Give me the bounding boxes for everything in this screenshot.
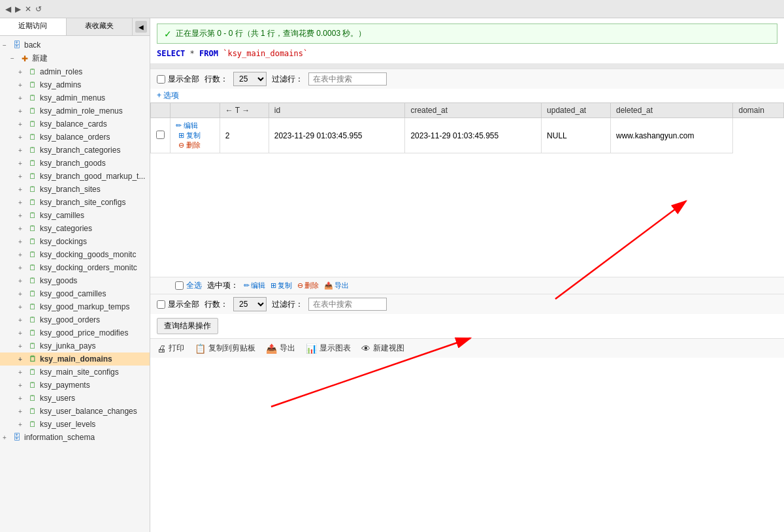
tree-item-ksy_good_camilles[interactable]: + 🗒 ksy_good_camilles — [0, 287, 150, 300]
expand-icon[interactable]: + — [18, 95, 27, 102]
tree-item-ksy_admin_menus[interactable]: + 🗒 ksy_admin_menus — [0, 91, 150, 104]
tree-item-ksy_good_price_modifies[interactable]: + 🗒 ksy_good_price_modifies — [0, 326, 150, 339]
show-all-checkbox-2[interactable] — [157, 300, 165, 309]
tab-favorites[interactable]: 表收藏夹 — [67, 18, 133, 35]
sidebar-collapse-btn[interactable]: ◀ — [135, 21, 147, 33]
query-ops-btn[interactable]: 查询结果操作 — [157, 318, 218, 334]
bottom-export-btn[interactable]: 📤 导出 — [324, 281, 349, 290]
tree-item-ksy_branch_sites[interactable]: + 🗒 ksy_branch_sites — [0, 183, 150, 196]
row-checkbox-cell[interactable] — [151, 118, 171, 153]
tree-item-ksy_balance_cards[interactable]: + 🗒 ksy_balance_cards — [0, 117, 150, 131]
tree-item-ksy_user_balance_changes[interactable]: + 🗒 ksy_user_balance_changes — [0, 405, 150, 418]
op-btn-显示图表[interactable]: 📊显示图表 — [306, 343, 351, 354]
expand-icon[interactable]: + — [18, 264, 27, 272]
bottom-edit-btn[interactable]: ✏ 编辑 — [244, 281, 265, 290]
tree-item-ksy_branch_site_configs[interactable]: + 🗒 ksy_branch_site_configs — [0, 196, 150, 209]
nav-stop-icon[interactable]: ✕ — [25, 5, 31, 14]
tree-item-ksy_branch_categories[interactable]: + 🗒 ksy_branch_categories — [0, 144, 150, 157]
expand-icon[interactable]: + — [18, 330, 27, 337]
tab-recent[interactable]: 近期访问 — [0, 18, 67, 35]
th-id[interactable]: id — [269, 103, 405, 118]
tree-item-ksy_good_orders[interactable]: + 🗒 ksy_good_orders — [0, 313, 150, 326]
nav-refresh-icon[interactable]: ↺ — [35, 5, 42, 14]
select-all-text[interactable]: 全选 — [186, 280, 202, 291]
select-all-label[interactable]: 全选 — [175, 280, 202, 291]
expand-icon[interactable]: − — [3, 42, 12, 49]
op-btn-导出[interactable]: 📤导出 — [266, 343, 295, 354]
expand-icon[interactable]: + — [18, 134, 27, 141]
th-updated-at[interactable]: updated_at — [542, 103, 611, 118]
expand-icon[interactable]: + — [18, 238, 27, 245]
delete-btn[interactable]: ⊖ 删除 — [178, 140, 214, 150]
filter-input-top[interactable] — [308, 72, 387, 86]
tree-db-information-schema[interactable]: + 🗄 information_schema — [0, 431, 150, 444]
expand-icon[interactable]: + — [18, 304, 27, 311]
tree-item-ksy_users[interactable]: + 🗒 ksy_users — [0, 392, 150, 405]
row-checkbox[interactable] — [156, 131, 165, 139]
expand-icon[interactable]: + — [18, 212, 27, 219]
expand-icon[interactable]: + — [3, 434, 12, 441]
th-deleted-at[interactable]: deleted_at — [611, 103, 733, 118]
expand-icon[interactable]: + — [18, 395, 27, 402]
tree-item-ksy_payments[interactable]: + 🗒 ksy_payments — [0, 379, 150, 392]
tree-item-ksy_categories[interactable]: + 🗒 ksy_categories — [0, 222, 150, 235]
op-btn-新建视图[interactable]: 👁新建视图 — [361, 343, 404, 354]
expand-icon[interactable]: + — [18, 82, 27, 89]
expand-icon[interactable]: + — [18, 121, 27, 128]
tree-item-ksy_goods[interactable]: + 🗒 ksy_goods — [0, 274, 150, 287]
th-domain[interactable]: domain — [733, 103, 784, 118]
expand-icon[interactable]: + — [18, 343, 27, 350]
tree-item-ksy_junka_pays[interactable]: + 🗒 ksy_junka_pays — [0, 339, 150, 352]
tree-item-ksy_good_markup_temps[interactable]: + 🗒 ksy_good_markup_temps — [0, 300, 150, 313]
expand-icon[interactable]: + — [18, 382, 27, 389]
th-created-at[interactable]: created_at — [405, 103, 542, 118]
tree-item-ksy_admins[interactable]: + 🗒 ksy_admins — [0, 78, 150, 91]
tree-item-ksy_docking_goods_monitc[interactable]: + 🗒 ksy_docking_goods_monitc — [0, 248, 150, 261]
th-sort[interactable]: ← T → — [220, 103, 269, 118]
op-btn-复制到剪贴板[interactable]: 📋复制到剪贴板 — [195, 343, 255, 354]
tree-item-ksy_admin_role_menus[interactable]: + 🗒 ksy_admin_role_menus — [0, 104, 150, 117]
tree-item-ksy_dockings[interactable]: + 🗒 ksy_dockings — [0, 235, 150, 248]
bottom-copy-btn[interactable]: ⊞ 复制 — [270, 281, 292, 290]
expand-icon[interactable]: + — [18, 290, 27, 298]
expand-icon[interactable]: + — [18, 160, 27, 167]
tree-item-ksy_docking_orders_monitc[interactable]: + 🗒 ksy_docking_orders_monitc — [0, 261, 150, 274]
expand-icon[interactable]: + — [18, 147, 27, 154]
rows-select-2[interactable]: 25 50 100 — [233, 297, 267, 311]
expand-icon[interactable]: + — [18, 277, 27, 285]
rows-select[interactable]: 25 50 100 — [233, 72, 267, 86]
add-selection-btn[interactable]: + 选项 — [157, 91, 179, 100]
nav-back-icon[interactable]: ◀ — [5, 5, 11, 14]
expand-icon[interactable]: + — [18, 421, 27, 428]
tree-item-ksy_main_domains[interactable]: + 🗒 ksy_main_domains — [0, 352, 150, 366]
show-all-checkbox-label[interactable]: 显示全部 — [157, 74, 199, 85]
nav-forward-icon[interactable]: ▶ — [15, 5, 21, 14]
op-btn-打印[interactable]: 🖨打印 — [157, 343, 184, 354]
expand-icon[interactable]: + — [18, 251, 27, 258]
select-all-checkbox[interactable] — [175, 281, 184, 290]
tree-item-xingjian[interactable]: − ✚ 新建 — [0, 52, 150, 65]
show-all-checkbox[interactable] — [157, 75, 165, 84]
tree-item-ksy_branch_good_markup_t...[interactable]: + 🗒 ksy_branch_good_markup_t... — [0, 170, 150, 183]
expand-icon[interactable]: + — [18, 186, 27, 193]
tree-item-ksy_balance_orders[interactable]: + 🗒 ksy_balance_orders — [0, 131, 150, 144]
edit-btn[interactable]: ✏ 编辑 — [176, 121, 214, 131]
expand-icon[interactable]: + — [18, 356, 27, 363]
tree-db-back[interactable]: − 🗄 back — [0, 39, 150, 52]
tree-item-admin_roles[interactable]: + 🗒 admin_roles — [0, 65, 150, 78]
tree-item-ksy_main_site_configs[interactable]: + 🗒 ksy_main_site_configs — [0, 366, 150, 379]
tree-item-ksy_user_levels[interactable]: + 🗒 ksy_user_levels — [0, 418, 150, 431]
tree-item-ksy_camilles[interactable]: + 🗒 ksy_camilles — [0, 209, 150, 222]
bottom-delete-btn[interactable]: ⊖ 删除 — [297, 281, 319, 290]
filter-input-bottom[interactable] — [308, 298, 387, 311]
expand-icon[interactable]: + — [18, 173, 27, 180]
expand-icon[interactable]: + — [18, 199, 27, 206]
show-all-checkbox-label-2[interactable]: 显示全部 — [157, 299, 199, 310]
expand-icon[interactable]: + — [18, 108, 27, 115]
copy-btn[interactable]: ⊞ 复制 — [178, 131, 214, 140]
expand-icon[interactable]: + — [18, 69, 27, 76]
tree-item-ksy_branch_goods[interactable]: + 🗒 ksy_branch_goods — [0, 157, 150, 170]
expand-icon[interactable]: + — [18, 317, 27, 324]
expand-icon[interactable]: + — [18, 225, 27, 232]
expand-icon[interactable]: + — [18, 408, 27, 415]
